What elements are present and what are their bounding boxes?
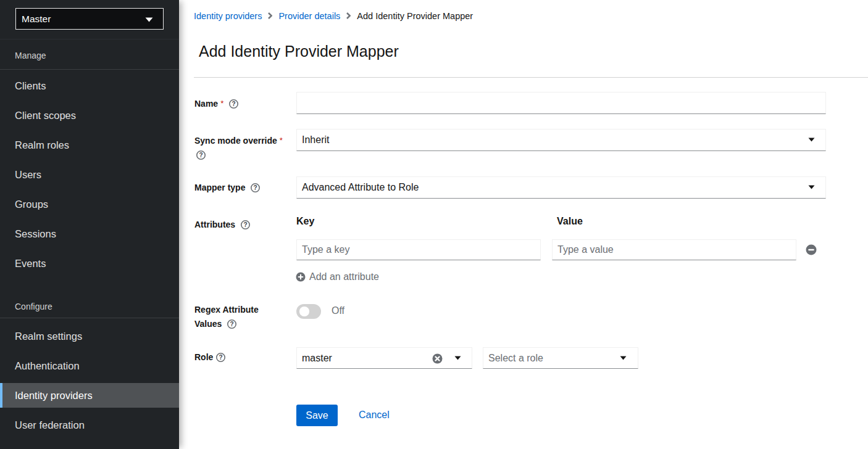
svg-text:?: ?: [230, 321, 234, 327]
svg-text:?: ?: [232, 101, 236, 107]
svg-text:?: ?: [254, 184, 257, 191]
svg-text:?: ?: [199, 152, 202, 159]
svg-text:?: ?: [244, 221, 248, 228]
svg-text:?: ?: [219, 354, 223, 361]
